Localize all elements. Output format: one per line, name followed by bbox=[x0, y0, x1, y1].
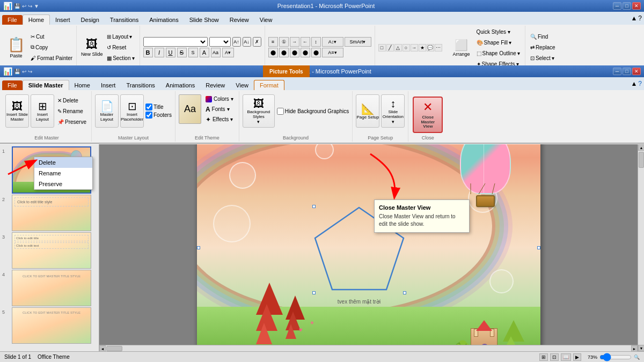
shape-arrow[interactable]: → bbox=[411, 44, 418, 51]
shape-triangle[interactable]: △ bbox=[394, 44, 402, 51]
outer-insert-tab[interactable]: Insert bbox=[50, 15, 76, 25]
effects-btn[interactable]: ✦ Effects ▾ bbox=[203, 115, 236, 124]
outer-review-tab[interactable]: Review bbox=[224, 15, 254, 25]
v-scroll-thumb[interactable] bbox=[639, 152, 644, 168]
minimize-btn[interactable]: ─ bbox=[613, 2, 621, 10]
font-size-select[interactable] bbox=[209, 37, 231, 47]
col-btn[interactable]: ⬤ bbox=[311, 48, 321, 57]
preserve-btn[interactable]: 📌Preserve bbox=[56, 117, 88, 127]
outer-transitions-tab[interactable]: Transitions bbox=[105, 15, 144, 25]
slide-thumb-5[interactable]: 5 CLICK TO EDIT MASTER TITLE STYLE bbox=[12, 307, 97, 344]
italic-btn[interactable]: I bbox=[155, 48, 164, 57]
inner-maximize-btn[interactable]: □ bbox=[623, 68, 631, 75]
inner-help-up-btn[interactable]: ▲ bbox=[631, 80, 637, 87]
quick-access-save[interactable]: 💾 bbox=[14, 3, 20, 9]
normal-view-btn[interactable]: ⊞ bbox=[539, 353, 548, 361]
quick-styles-btn[interactable]: Quick Styles ▾ bbox=[475, 27, 522, 36]
slideshow-btn[interactable]: ▶ bbox=[573, 353, 581, 361]
slide-handle-left[interactable] bbox=[197, 246, 200, 249]
master-layout-btn[interactable]: 📄 Master Layout bbox=[95, 94, 119, 128]
layout-btn[interactable]: ⊞Layout▾ bbox=[105, 32, 136, 41]
reset-btn[interactable]: ↺Reset bbox=[105, 42, 136, 52]
background-styles-btn[interactable]: 🖼 Background Styles ▾ bbox=[243, 94, 275, 128]
outer-design-tab[interactable]: Design bbox=[76, 15, 105, 25]
shape-rect[interactable]: □ bbox=[378, 44, 386, 51]
justify-btn[interactable]: ⬤ bbox=[301, 48, 310, 57]
colors-btn[interactable]: Colors ▾ bbox=[203, 94, 236, 104]
font-name-select[interactable] bbox=[143, 37, 208, 47]
convert-smartart-btn[interactable]: SmArt▾ bbox=[345, 37, 371, 47]
inner-view-tab[interactable]: View bbox=[230, 80, 254, 90]
close-outer-btn[interactable]: ✕ bbox=[632, 2, 641, 10]
inner-undo-btn[interactable]: ↩ bbox=[22, 69, 26, 75]
inner-insert-tab[interactable]: Insert bbox=[96, 80, 121, 90]
font-increase-btn[interactable]: A↑ bbox=[232, 37, 241, 47]
outer-slideshow-tab[interactable]: Slide Show bbox=[184, 15, 224, 25]
quick-access-customize[interactable]: ▼ bbox=[34, 3, 39, 9]
quick-access-undo[interactable]: ↩ bbox=[22, 3, 26, 9]
fonts-btn[interactable]: A Fonts ▾ bbox=[203, 105, 236, 114]
inner-animations-tab[interactable]: Animations bbox=[160, 80, 200, 90]
indent-decrease-btn[interactable]: ← bbox=[301, 37, 310, 47]
slide-thumb-3[interactable]: 3 Click to edit title Click to edit text bbox=[12, 232, 97, 269]
outer-file-tab[interactable]: File bbox=[2, 15, 23, 25]
page-setup-btn[interactable]: 📐 Page Setup bbox=[356, 94, 379, 128]
delete-btn[interactable]: ✕Delete bbox=[56, 95, 88, 105]
slide-orientation-btn[interactable]: ↕ Slide Orientation ▾ bbox=[381, 94, 405, 128]
shape-fill-btn[interactable]: 🎨Shape Fill▾ bbox=[475, 38, 522, 47]
font-decrease-btn[interactable]: A↓ bbox=[243, 37, 251, 47]
inner-slidemaster-tab[interactable]: Slide Master bbox=[23, 80, 69, 90]
text-direction-btn[interactable]: A↕▾ bbox=[322, 37, 343, 47]
maximize-btn[interactable]: □ bbox=[623, 2, 631, 10]
align-right-btn[interactable]: ⬤ bbox=[290, 48, 299, 57]
replace-btn[interactable]: ⇄Replace bbox=[529, 42, 557, 52]
v-scroll-down-btn[interactable]: ▼ bbox=[638, 345, 644, 351]
outer-home-tab[interactable]: Home bbox=[23, 14, 50, 25]
shape-outline-btn[interactable]: ⬚Shape Outline▾ bbox=[475, 48, 522, 58]
shape-more[interactable]: ⋯ bbox=[435, 44, 442, 51]
outer-info-btn[interactable]: ? bbox=[638, 14, 642, 22]
inner-home-tab[interactable]: Home bbox=[69, 80, 96, 90]
inner-close-btn[interactable]: ✕ bbox=[632, 68, 641, 75]
cut-btn[interactable]: ✂Cut bbox=[29, 32, 74, 41]
shape-star[interactable]: ★ bbox=[419, 44, 426, 51]
context-preserve-item[interactable]: Preserve bbox=[34, 179, 92, 189]
inner-minimize-btn[interactable]: ─ bbox=[613, 68, 621, 75]
section-btn[interactable]: ▦Section▾ bbox=[105, 53, 136, 63]
slide-sorter-btn[interactable]: ⊡ bbox=[550, 353, 559, 361]
shape-line[interactable]: ╱ bbox=[386, 44, 394, 51]
v-scroll-up-btn[interactable]: ▲ bbox=[638, 144, 644, 151]
rename-btn[interactable]: ✎Rename bbox=[56, 106, 88, 116]
outer-view-tab[interactable]: View bbox=[254, 15, 278, 25]
change-case-btn[interactable]: Aa bbox=[211, 48, 221, 57]
context-rename-item[interactable]: Rename bbox=[34, 168, 92, 179]
arrange-btn[interactable]: ⬜ Arrange bbox=[450, 31, 473, 64]
inner-transitions-tab[interactable]: Transitions bbox=[121, 80, 160, 90]
themes-btn[interactable]: Aa bbox=[179, 94, 201, 124]
slide-thumb-2[interactable]: 2 Click to edit title style bbox=[12, 195, 97, 231]
inner-file-tab[interactable]: File bbox=[2, 80, 23, 90]
reading-view-btn[interactable]: 📖 bbox=[561, 353, 571, 361]
insert-placeholder-btn[interactable]: ⊡ Insert Placeholder bbox=[120, 94, 144, 128]
char-spacing-btn[interactable]: A bbox=[200, 48, 209, 57]
select-btn[interactable]: ⊡Select▾ bbox=[529, 53, 557, 63]
line-spacing-btn[interactable]: ↕ bbox=[311, 37, 321, 47]
inner-info-btn[interactable]: ? bbox=[638, 80, 642, 87]
clear-format-btn[interactable]: ✗ bbox=[253, 37, 261, 47]
numbered-list-btn[interactable]: ① bbox=[279, 37, 289, 47]
hide-bg-checkbox[interactable] bbox=[277, 108, 284, 115]
indent-increase-btn[interactable]: → bbox=[290, 37, 299, 47]
zoom-fit-btn[interactable]: 🔍 bbox=[634, 354, 640, 360]
shadow-btn[interactable]: S bbox=[188, 48, 198, 57]
v-scrollbar[interactable]: ▲ ▼ bbox=[638, 144, 644, 351]
h-scroll-thumb[interactable] bbox=[106, 346, 122, 351]
format-painter-btn[interactable]: 🖌Format Painter bbox=[29, 53, 74, 63]
align-text-btn[interactable]: A≡▾ bbox=[322, 48, 343, 57]
new-slide-btn[interactable]: 🖼 New Slide bbox=[80, 31, 104, 64]
align-center-btn[interactable]: ⬤ bbox=[279, 48, 289, 57]
canvas-area[interactable]: tvex thêm mặt trời ♥ ★ bbox=[99, 144, 638, 351]
inner-review-tab[interactable]: Review bbox=[200, 80, 230, 90]
find-btn[interactable]: 🔍Find bbox=[529, 32, 557, 41]
outer-help-btn[interactable]: ▲ bbox=[631, 14, 637, 22]
quick-access-redo[interactable]: ↪ bbox=[28, 3, 32, 9]
